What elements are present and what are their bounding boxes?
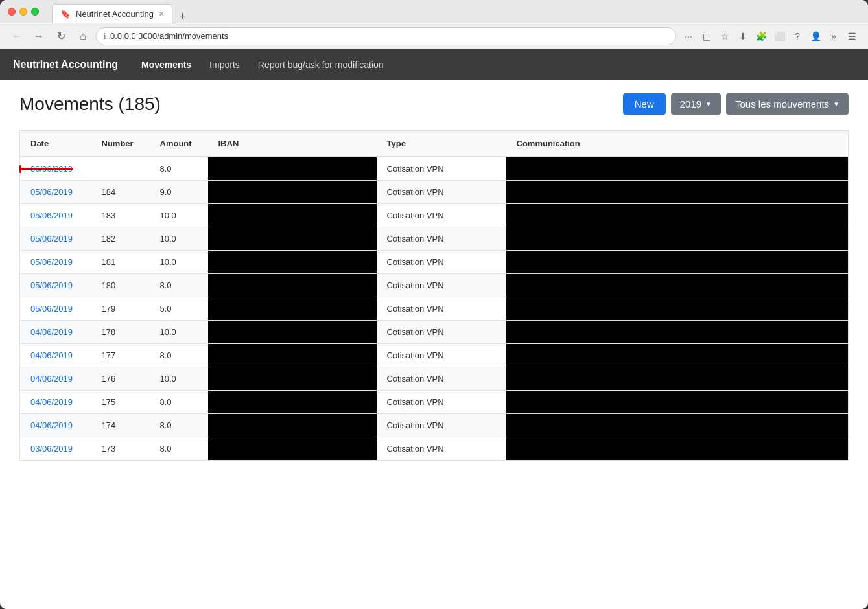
cell-communication xyxy=(506,344,849,367)
tab-title: Neutrinet Accounting xyxy=(76,9,154,19)
date-link[interactable]: 04/06/2019 xyxy=(30,397,73,407)
cell-number: 176 xyxy=(91,367,150,391)
browser-window: 🔖 Neutrinet Accounting × + ← → ↻ ⌂ ℹ 0.0… xyxy=(0,0,868,609)
year-filter-button[interactable]: 2019 ▼ xyxy=(671,93,721,115)
cell-communication xyxy=(506,321,849,344)
filter-caret-icon: ▼ xyxy=(833,100,839,108)
table-row: 06/06/20198.0 Cotisation VPN xyxy=(20,157,849,181)
date-link[interactable]: 04/06/2019 xyxy=(30,327,73,337)
movements-filter-button[interactable]: Tous les mouvements ▼ xyxy=(726,93,849,115)
cell-number: 174 xyxy=(91,414,150,437)
cell-amount: 10.0 xyxy=(150,204,208,227)
cell-date: 04/06/2019 xyxy=(20,391,91,414)
page-title: Movements (185) xyxy=(19,94,161,115)
tab-bar: 🔖 Neutrinet Accounting × + xyxy=(52,0,860,23)
reader-mode-button[interactable]: ◫ xyxy=(698,28,715,45)
cell-type: Cotisation VPN xyxy=(377,391,506,414)
date-link[interactable]: 05/06/2019 xyxy=(30,211,73,220)
col-header-communication: Communication xyxy=(506,131,849,157)
cell-iban xyxy=(208,437,377,461)
reload-button[interactable]: ↻ xyxy=(52,27,70,45)
menu-button[interactable]: ☰ xyxy=(843,28,860,45)
date-link[interactable]: 05/06/2019 xyxy=(30,304,73,314)
cell-type: Cotisation VPN xyxy=(377,344,506,367)
cell-iban xyxy=(208,204,377,227)
nav-actions: ··· ◫ ☆ ⬇ 🧩 ⬜ ? 👤 » ☰ xyxy=(680,28,860,45)
table-body: 06/06/20198.0 Cotisation VPN 05/06/20191… xyxy=(20,157,849,461)
new-button[interactable]: New xyxy=(623,93,666,115)
date-link[interactable]: 05/06/2019 xyxy=(30,187,73,197)
extensions-button[interactable]: 🧩 xyxy=(753,28,769,45)
cell-date: 05/06/2019 xyxy=(20,181,91,204)
overflow-button[interactable]: » xyxy=(825,28,842,45)
cell-amount: 8.0 xyxy=(150,157,208,181)
nav-report-bug[interactable]: Report bug/ask for modification xyxy=(250,56,392,74)
cell-number: 179 xyxy=(91,297,150,321)
cell-communication xyxy=(506,227,849,251)
cell-iban xyxy=(208,297,377,321)
bookmark-button[interactable]: ☆ xyxy=(716,28,733,45)
date-link[interactable]: 04/06/2019 xyxy=(30,374,73,384)
forward-button[interactable]: → xyxy=(30,27,48,45)
new-tab-button[interactable]: + xyxy=(175,10,190,23)
back-button[interactable]: ← xyxy=(8,27,26,45)
cell-type: Cotisation VPN xyxy=(377,367,506,391)
date-link[interactable]: 04/06/2019 xyxy=(30,420,73,430)
cell-number: 183 xyxy=(91,204,150,227)
table-row: 04/06/201917810.0 Cotisation VPN xyxy=(20,321,849,344)
col-header-date: Date xyxy=(20,131,91,157)
cell-amount: 10.0 xyxy=(150,251,208,274)
table-row: 05/06/20191808.0 Cotisation VPN xyxy=(20,274,849,297)
date-link[interactable]: 05/06/2019 xyxy=(30,234,73,244)
cell-date: 05/06/2019 xyxy=(20,204,91,227)
table-row: 05/06/201918310.0 Cotisation VPN xyxy=(20,204,849,227)
date-link[interactable]: 04/06/2019 xyxy=(30,350,73,360)
cell-communication xyxy=(506,251,849,274)
close-button[interactable] xyxy=(8,8,16,16)
cell-communication xyxy=(506,367,849,391)
active-tab[interactable]: 🔖 Neutrinet Accounting × xyxy=(52,4,172,23)
table-row: 05/06/20191795.0 Cotisation VPN xyxy=(20,297,849,321)
cell-communication xyxy=(506,297,849,321)
help-button[interactable]: ? xyxy=(789,28,806,45)
more-button[interactable]: ··· xyxy=(680,28,697,45)
cell-number: 177 xyxy=(91,344,150,367)
split-view-button[interactable]: ⬜ xyxy=(771,28,788,45)
filter-label: Tous les mouvements xyxy=(735,98,829,109)
cell-communication xyxy=(506,391,849,414)
minimize-button[interactable] xyxy=(19,8,27,16)
cell-type: Cotisation VPN xyxy=(377,321,506,344)
home-button[interactable]: ⌂ xyxy=(74,27,92,45)
col-header-amount: Amount xyxy=(150,131,208,157)
col-header-iban: IBAN xyxy=(208,131,377,157)
cell-iban xyxy=(208,391,377,414)
nav-imports[interactable]: Imports xyxy=(202,56,248,74)
cell-amount: 10.0 xyxy=(150,227,208,251)
maximize-button[interactable] xyxy=(31,8,39,16)
nav-movements[interactable]: Movements xyxy=(134,56,199,74)
date-link[interactable]: 05/06/2019 xyxy=(30,281,73,290)
cell-date: 05/06/2019 xyxy=(20,227,91,251)
cell-communication xyxy=(506,181,849,204)
cell-amount: 9.0 xyxy=(150,181,208,204)
cell-amount: 8.0 xyxy=(150,437,208,461)
page-header: Movements (185) New 2019 ▼ Tous les mouv… xyxy=(19,93,849,115)
date-link[interactable]: 06/06/2019 xyxy=(30,164,73,174)
app-nav: Movements Imports Report bug/ask for mod… xyxy=(134,56,391,74)
profile-button[interactable]: 👤 xyxy=(807,28,824,45)
table-row: 04/06/20191748.0 Cotisation VPN xyxy=(20,414,849,437)
download-button[interactable]: ⬇ xyxy=(734,28,751,45)
table-row: 05/06/201918210.0 Cotisation VPN xyxy=(20,227,849,251)
date-link[interactable]: 05/06/2019 xyxy=(30,257,73,267)
address-bar[interactable]: ℹ 0.0.0.0:3000/admin/movements xyxy=(96,27,676,45)
tab-favicon: 🔖 xyxy=(60,9,71,19)
cell-amount: 8.0 xyxy=(150,344,208,367)
tab-close-button[interactable]: × xyxy=(159,8,164,19)
date-link[interactable]: 03/06/2019 xyxy=(30,444,73,454)
cell-number: 175 xyxy=(91,391,150,414)
cell-iban xyxy=(208,181,377,204)
url-text: 0.0.0.0:3000/admin/movements xyxy=(110,31,228,41)
cell-date: 04/06/2019 xyxy=(20,321,91,344)
cell-iban xyxy=(208,251,377,274)
year-label: 2019 xyxy=(680,98,701,109)
